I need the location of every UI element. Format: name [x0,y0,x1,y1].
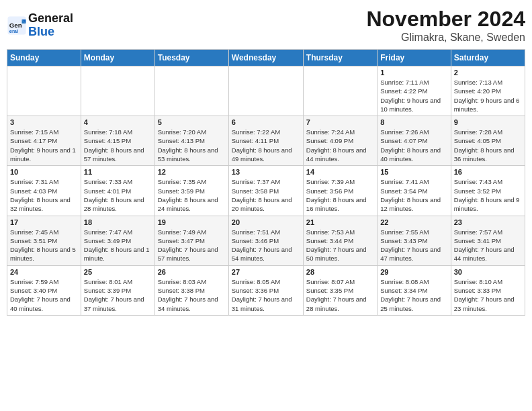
calendar-cell: 8Sunrise: 7:26 AM Sunset: 4:07 PM Daylig… [378,116,451,166]
day-info: Sunrise: 7:51 AM Sunset: 3:46 PM Dayligh… [232,228,300,263]
day-number: 12 [158,168,226,176]
calendar-cell: 16Sunrise: 7:43 AM Sunset: 3:52 PM Dayli… [451,166,525,216]
day-number: 16 [454,168,522,176]
day-info: Sunrise: 7:37 AM Sunset: 3:58 PM Dayligh… [232,177,300,213]
day-number: 14 [306,168,374,176]
calendar-week-4: 17Sunrise: 7:45 AM Sunset: 3:51 PM Dayli… [7,216,525,265]
calendar-cell [228,66,303,116]
calendar-cell [154,66,228,116]
calendar-cell: 5Sunrise: 7:20 AM Sunset: 4:13 PM Daylig… [154,116,228,166]
location-title: Glimakra, Skane, Sweden [366,32,525,44]
day-number: 28 [306,268,374,276]
day-number: 22 [380,218,447,226]
day-info: Sunrise: 7:13 AM Sunset: 4:20 PM Dayligh… [454,78,522,113]
day-number: 20 [232,218,300,226]
calendar-week-1: 1Sunrise: 7:11 AM Sunset: 4:22 PM Daylig… [7,66,525,116]
calendar-week-3: 10Sunrise: 7:31 AM Sunset: 4:03 PM Dayli… [7,166,525,216]
day-info: Sunrise: 7:59 AM Sunset: 3:40 PM Dayligh… [10,277,78,313]
day-info: Sunrise: 8:01 AM Sunset: 3:39 PM Dayligh… [84,277,152,313]
day-info: Sunrise: 8:10 AM Sunset: 3:33 PM Dayligh… [454,277,522,313]
day-number: 4 [84,118,152,126]
calendar-cell: 12Sunrise: 7:35 AM Sunset: 3:59 PM Dayli… [154,166,228,216]
calendar-cell: 24Sunrise: 7:59 AM Sunset: 3:40 PM Dayli… [7,265,81,315]
day-header-sunday: Sunday [7,50,81,66]
day-info: Sunrise: 7:47 AM Sunset: 3:49 PM Dayligh… [84,228,152,263]
day-header-saturday: Saturday [451,50,525,66]
calendar-cell: 15Sunrise: 7:41 AM Sunset: 3:54 PM Dayli… [378,166,451,216]
calendar-cell: 9Sunrise: 7:28 AM Sunset: 4:05 PM Daylig… [451,116,525,166]
day-number: 10 [10,168,78,176]
calendar-body: 1Sunrise: 7:11 AM Sunset: 4:22 PM Daylig… [7,66,525,316]
calendar-header: SundayMondayTuesdayWednesdayThursdayFrid… [7,50,525,66]
logo: Gen eral General Blue [7,12,73,39]
day-header-monday: Monday [81,50,154,66]
day-number: 7 [306,118,374,126]
day-info: Sunrise: 7:53 AM Sunset: 3:44 PM Dayligh… [306,228,374,263]
calendar-cell: 22Sunrise: 7:55 AM Sunset: 3:43 PM Dayli… [378,216,451,265]
day-number: 17 [10,218,78,226]
calendar-cell: 13Sunrise: 7:37 AM Sunset: 3:58 PM Dayli… [228,166,303,216]
calendar-cell: 18Sunrise: 7:47 AM Sunset: 3:49 PM Dayli… [81,216,154,265]
day-info: Sunrise: 7:20 AM Sunset: 4:13 PM Dayligh… [158,128,226,163]
day-number: 2 [454,68,522,77]
day-number: 5 [158,118,226,126]
day-info: Sunrise: 8:05 AM Sunset: 3:36 PM Dayligh… [232,277,300,313]
calendar-cell: 25Sunrise: 8:01 AM Sunset: 3:39 PM Dayli… [81,265,154,315]
calendar-cell: 10Sunrise: 7:31 AM Sunset: 4:03 PM Dayli… [7,166,81,216]
day-info: Sunrise: 7:43 AM Sunset: 3:52 PM Dayligh… [454,177,522,213]
day-number: 1 [380,68,447,77]
calendar-cell: 3Sunrise: 7:15 AM Sunset: 4:17 PM Daylig… [7,116,81,166]
day-info: Sunrise: 7:57 AM Sunset: 3:41 PM Dayligh… [454,228,522,263]
month-title: November 2024 [366,7,525,32]
calendar-cell: 26Sunrise: 8:03 AM Sunset: 3:38 PM Dayli… [154,265,228,315]
day-number: 30 [454,268,522,276]
day-number: 23 [454,218,522,226]
day-number: 6 [232,118,300,126]
day-info: Sunrise: 7:39 AM Sunset: 3:56 PM Dayligh… [306,177,374,213]
day-number: 11 [84,168,152,176]
day-info: Sunrise: 7:26 AM Sunset: 4:07 PM Dayligh… [380,128,447,163]
calendar-cell: 14Sunrise: 7:39 AM Sunset: 3:56 PM Dayli… [303,166,377,216]
day-header-thursday: Thursday [303,50,377,66]
day-header-friday: Friday [378,50,451,66]
calendar-cell: 28Sunrise: 8:07 AM Sunset: 3:35 PM Dayli… [303,265,377,315]
calendar-cell: 1Sunrise: 7:11 AM Sunset: 4:22 PM Daylig… [378,66,451,116]
calendar-cell: 7Sunrise: 7:24 AM Sunset: 4:09 PM Daylig… [303,116,377,166]
logo-line1: General [28,12,73,26]
day-number: 24 [10,268,78,276]
day-info: Sunrise: 7:55 AM Sunset: 3:43 PM Dayligh… [380,228,447,263]
day-info: Sunrise: 7:22 AM Sunset: 4:11 PM Dayligh… [232,128,300,163]
day-info: Sunrise: 8:03 AM Sunset: 3:38 PM Dayligh… [158,277,226,313]
calendar-week-2: 3Sunrise: 7:15 AM Sunset: 4:17 PM Daylig… [7,116,525,166]
svg-text:Gen: Gen [9,21,22,29]
calendar-cell: 23Sunrise: 7:57 AM Sunset: 3:41 PM Dayli… [451,216,525,265]
day-info: Sunrise: 8:07 AM Sunset: 3:35 PM Dayligh… [306,277,374,313]
calendar-cell: 30Sunrise: 8:10 AM Sunset: 3:33 PM Dayli… [451,265,525,315]
day-info: Sunrise: 7:31 AM Sunset: 4:03 PM Dayligh… [10,177,78,213]
day-number: 18 [84,218,152,226]
calendar-cell: 27Sunrise: 8:05 AM Sunset: 3:36 PM Dayli… [228,265,303,315]
day-number: 21 [306,218,374,226]
day-number: 8 [380,118,447,126]
logo-line2: Blue [28,26,73,39]
day-number: 25 [84,268,152,276]
calendar-cell: 21Sunrise: 7:53 AM Sunset: 3:44 PM Dayli… [303,216,377,265]
calendar-cell [303,66,377,116]
day-info: Sunrise: 7:24 AM Sunset: 4:09 PM Dayligh… [306,128,374,163]
title-block: November 2024 Glimakra, Skane, Sweden [366,7,525,44]
calendar-cell [81,66,154,116]
day-number: 19 [158,218,226,226]
calendar-cell: 20Sunrise: 7:51 AM Sunset: 3:46 PM Dayli… [228,216,303,265]
page-header: Gen eral General Blue November 2024 Glim… [7,7,525,44]
day-number: 13 [232,168,300,176]
day-info: Sunrise: 7:15 AM Sunset: 4:17 PM Dayligh… [10,128,78,163]
day-number: 27 [232,268,300,276]
calendar-cell: 2Sunrise: 7:13 AM Sunset: 4:20 PM Daylig… [451,66,525,116]
day-info: Sunrise: 8:08 AM Sunset: 3:34 PM Dayligh… [380,277,447,313]
calendar-cell: 11Sunrise: 7:33 AM Sunset: 4:01 PM Dayli… [81,166,154,216]
day-header-wednesday: Wednesday [228,50,303,66]
day-number: 29 [380,268,447,276]
day-number: 9 [454,118,522,126]
day-header-tuesday: Tuesday [154,50,228,66]
day-info: Sunrise: 7:49 AM Sunset: 3:47 PM Dayligh… [158,228,226,263]
